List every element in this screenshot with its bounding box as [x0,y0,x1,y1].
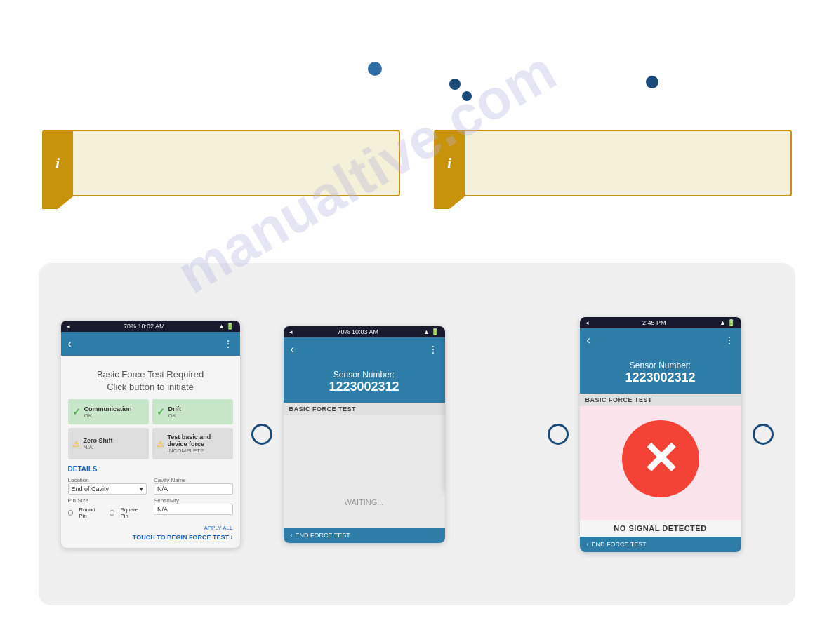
end-force-arrow-2: ‹ [291,532,293,539]
share-button-2[interactable]: ⋮ [428,344,438,355]
share-button-4[interactable]: ⋮ [724,335,734,346]
location-row: Location End of Cavity ▾ Cavity Name N/A [68,477,233,495]
pinsize-label: Pin Size [68,497,147,504]
screen1-toolbar: ‹ ⋮ [61,332,240,356]
screen4-sensor-header: Sensor Number: 1223002312 [580,352,741,394]
dot-3 [462,91,472,101]
cavity-value: N/A [154,483,233,495]
screen4-toolbar: ‹ ⋮ [580,328,741,352]
info-content-2 [465,130,792,196]
phone-screen-2: ◂ 70% 10:03 AM ▲ 🔋 ‹ ⋮ Sensor Number: 12… [284,326,445,543]
no-signal-circle: ✕ [622,420,699,497]
screen4-sensor-number: 1223002312 [587,370,734,385]
nav-circle-1 [251,424,272,445]
screen4-status-time: 2:45 PM [642,319,666,326]
status-cell-zeroshift: ⚠ Zero Shift N/A [68,428,149,459]
pinsize-row: Pin Size Round Pin Square Pin Sensitivit… [68,497,233,522]
round-pin-radio[interactable] [68,510,74,516]
check-icon-drift: ✓ [157,406,165,417]
phone-screen-4: ◂ 2:45 PM ▲ 🔋 ‹ ⋮ Sensor Number: 1223002… [580,317,741,552]
screen2-basic-force-label: BASIC FORCE TEST [284,403,445,415]
screen2-sensor-number: 1223002312 [291,380,438,394]
screen4-end-force-bar[interactable]: ‹ END FORCE TEST [580,537,741,552]
apply-all-link[interactable]: APPLY ALL [68,525,233,531]
screen1-title: Basic Force Test Required Click button t… [68,368,233,394]
dot-1 [368,62,382,76]
warn-icon-zeroshift: ⚠ [72,439,80,449]
square-pin-label: Square Pin [120,507,147,519]
screen4-sensor-label: Sensor Number: [587,361,734,370]
screen1-status-time: 70% 10:02 AM [124,323,165,330]
check-icon-communication: ✓ [72,406,81,417]
status-label-communication: Communication [84,405,132,412]
status-grid: ✓ Communication OK ✓ Drift OK ⚠ [68,399,233,459]
screen2-toolbar: ‹ ⋮ [284,337,445,361]
status-cell-communication: ✓ Communication OK [68,399,149,424]
screen2-waiting-area: WAITING... [284,415,445,528]
nav-circle-3 [753,424,774,445]
nav-circle-2 [548,424,569,445]
pin-size-options: Round Pin Square Pin [68,507,147,519]
nav-circle-2-wrap [548,424,569,445]
info-icon-2: i [434,130,465,196]
cavity-label: Cavity Name [154,477,233,483]
waiting-text: WAITING... [345,498,384,507]
dot-2 [449,79,461,90]
sensitivity-label: Sensitivity [154,497,233,504]
screen4-statusbar: ◂ 2:45 PM ▲ 🔋 [580,317,741,328]
nav-circle-3-wrap [753,424,774,445]
screen1-statusbar: ◂ 70% 10:02 AM ▲ 🔋 [61,321,240,332]
cavity-field: Cavity Name N/A [154,477,233,495]
status-label-drift: Drift [168,405,182,412]
status-label-zeroshift: Zero Shift [84,437,113,444]
info-icon-1: i [42,130,73,196]
begin-force-test[interactable]: TOUCH TO BEGIN FORCE TEST › [68,534,233,541]
end-force-arrow-4: ‹ [587,541,589,548]
share-button-1[interactable]: ⋮ [223,338,233,349]
no-signal-area: ✕ [580,406,741,520]
dropdown-arrow: ▾ [140,485,143,492]
x-mark: ✕ [642,436,680,481]
screen1-body: Basic Force Test Required Click button t… [61,356,240,548]
warn-icon-testforce: ⚠ [157,439,164,449]
details-title: DETAILS [68,465,233,473]
info-content-1 [73,130,400,196]
screen4-basic-force-label: BASIC FORCE TEST [580,394,741,406]
pinsize-field: Pin Size Round Pin Square Pin [68,497,147,522]
status-label-testforce: Test basic and device force [168,434,229,448]
screen2-end-force-bar[interactable]: ‹ END FORCE TEST [284,528,445,543]
sensitivity-field: Sensitivity N/A [154,497,233,522]
screen2-sensor-label: Sensor Number: [291,370,438,380]
screens-container: ◂ 70% 10:02 AM ▲ 🔋 ‹ ⋮ Basic Force Test … [39,263,795,605]
no-signal-text: NO SIGNAL DETECTED [580,520,741,537]
back-button-4[interactable]: ‹ [587,334,590,347]
info-banner-2: i [434,130,792,196]
back-button-1[interactable]: ‹ [68,337,72,350]
screen2-sensor-header: Sensor Number: 1223002312 [284,361,445,403]
back-button-2[interactable]: ‹ [291,343,294,356]
screen2-status-time: 70% 10:03 AM [338,328,379,335]
round-pin-label: Round Pin [79,507,103,519]
location-field: Location End of Cavity ▾ [68,477,147,495]
phone-screen-1: ◂ 70% 10:02 AM ▲ 🔋 ‹ ⋮ Basic Force Test … [61,321,240,548]
dot-4 [646,76,658,88]
info-banner-1: i [42,130,400,196]
status-cell-drift: ✓ Drift OK [152,399,233,424]
details-section: DETAILS Location End of Cavity ▾ Cavity … [68,465,233,541]
sensitivity-value: N/A [154,504,233,515]
screen2-statusbar: ◂ 70% 10:03 AM ▲ 🔋 [284,326,445,337]
square-pin-radio[interactable] [110,510,115,516]
location-label: Location [68,477,147,483]
status-cell-testforce: ⚠ Test basic and device force INCOMPLETE [152,428,233,459]
screen4-end-force-label: END FORCE TEST [592,541,647,548]
nav-circle-1-wrap [251,424,272,445]
screen2-end-force-label: END FORCE TEST [296,532,350,539]
location-value[interactable]: End of Cavity ▾ [68,483,147,495]
